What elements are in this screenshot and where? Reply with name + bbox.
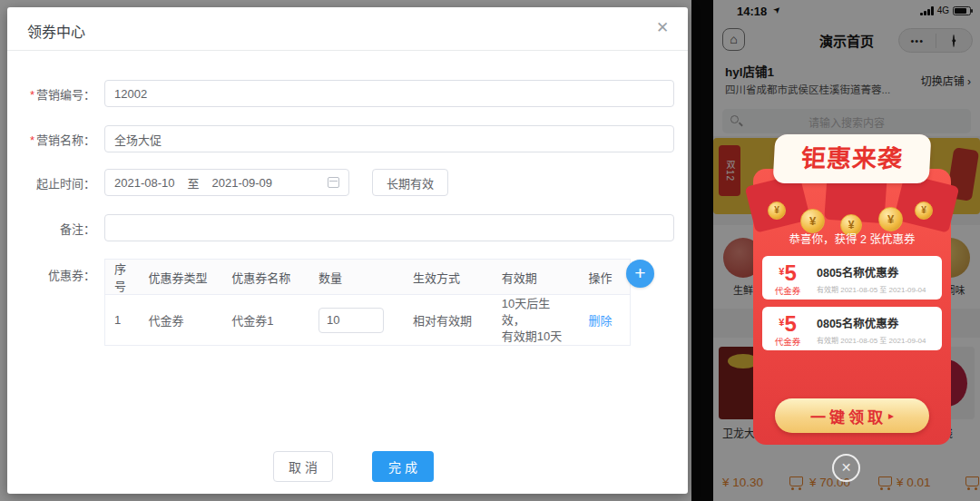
coupon-table-label: 优惠券： — [7, 266, 104, 283]
remark-input[interactable] — [104, 214, 674, 241]
coupon-info-block: 0805名称优惠券 有效期 2021-08-05 至 2021-09-04 — [813, 307, 942, 350]
coupon-amount-block: ¥5 代金券 — [762, 256, 813, 300]
form-row-remark: 备注： — [7, 214, 688, 241]
col-type: 优惠券类型 — [139, 260, 222, 295]
calendar-icon — [328, 177, 339, 188]
delete-link[interactable]: 删除 — [589, 314, 612, 328]
longterm-button[interactable]: 长期有效 — [372, 169, 448, 196]
col-name: 优惠券名称 — [222, 260, 309, 295]
coupon-title: 0805名称优惠券 — [817, 314, 942, 331]
col-index: 序号 — [105, 260, 140, 295]
coupon-center-dialog: 领券中心 ✕ *营销编号： *营销名称： 起止时间： 2021-08-10 至 … — [7, 7, 688, 494]
cell-qty — [309, 295, 404, 346]
coupon-title: 0805名称优惠券 — [817, 263, 942, 280]
coupon-type: 代金券 — [762, 284, 813, 297]
close-icon[interactable]: ✕ — [652, 17, 673, 39]
cell-type: 代金券 — [139, 295, 222, 346]
gold-coin-icon: ¥ — [878, 207, 903, 231]
code-input[interactable] — [104, 80, 674, 107]
coupon-validity: 有效期 2021-08-05 至 2021-09-04 — [817, 284, 942, 294]
confirm-button[interactable]: 完 成 — [372, 451, 434, 482]
form-row-name: *营销名称： — [7, 125, 688, 152]
coupon-table: 序号 优惠券类型 优惠券名称 数量 生效方式 有效期 操作 1 代金券 代金券1… — [104, 259, 631, 346]
add-coupon-button[interactable]: + — [626, 260, 654, 288]
date-separator: 至 — [188, 174, 200, 192]
time-label: 起止时间： — [7, 174, 104, 192]
cell-validity: 10天后生效， 有效期10天 — [493, 295, 580, 346]
arrow-right-icon: ▸ — [888, 409, 894, 422]
phone-preview: 14:18 ➤ 4G ⌂ 演示首页 ••• hyl店铺1 四川省成都市武侯区桂溪… — [713, 0, 980, 501]
cell-name: 代金券1 — [222, 295, 309, 346]
plus-icon: + — [634, 262, 645, 283]
coupon-table-header-row: 序号 优惠券类型 优惠券名称 数量 生效方式 有效期 操作 — [105, 260, 631, 295]
col-action: 操作 — [580, 260, 631, 295]
gold-coin-icon: ¥ — [915, 201, 933, 220]
form-row-code: *营销编号： — [7, 80, 688, 107]
coupon-amount: 5 — [784, 260, 796, 285]
qty-input[interactable] — [318, 308, 384, 333]
close-icon: ✕ — [841, 460, 852, 475]
col-qty: 数量 — [309, 260, 404, 295]
claim-all-button[interactable]: 一键领取 ▸ — [775, 398, 929, 433]
modal-banner-title: 钜惠来袭 — [773, 134, 932, 183]
coupon-info-block: 0805名称优惠券 有效期 2021-08-05 至 2021-09-04 — [813, 256, 942, 300]
code-label: *营销编号： — [7, 85, 104, 103]
required-mark: * — [30, 133, 34, 147]
coupon-card: ¥5 代金券 0805名称优惠券 有效期 2021-08-05 至 2021-0… — [762, 256, 942, 300]
cancel-button[interactable]: 取 消 — [273, 451, 333, 482]
gold-coin-icon: ¥ — [768, 201, 786, 220]
congrats-text: 恭喜你，获得 2 张优惠券 — [753, 230, 951, 247]
col-validity: 有效期 — [493, 260, 580, 295]
date-start[interactable]: 2021-08-10 — [114, 176, 175, 190]
form-row-time: 起止时间： 2021-08-10 至 2021-09-09 长期有效 — [7, 169, 688, 196]
cell-effect: 相对有效期 — [404, 295, 493, 346]
date-end[interactable]: 2021-09-09 — [212, 176, 273, 190]
coupon-amount: 5 — [784, 311, 796, 336]
validity-line1: 10天后生效， — [502, 296, 571, 329]
coupon-modal: 钜惠来袭 ¥ ¥ ¥ ¥ ¥ 恭喜你，获得 2 张优惠券 ¥5 代金券 0805… — [753, 134, 951, 445]
remark-label: 备注： — [7, 220, 104, 237]
modal-close-button[interactable]: ✕ — [832, 454, 860, 482]
cell-action: 删除 — [580, 295, 631, 346]
validity-line2: 有效期10天 — [502, 329, 571, 345]
dimmed-admin-backdrop: 领券中心 ✕ *营销编号： *营销名称： 起止时间： 2021-08-10 至 … — [0, 0, 691, 501]
cell-index: 1 — [105, 295, 140, 346]
date-range-picker[interactable]: 2021-08-10 至 2021-09-09 — [104, 169, 349, 196]
coupon-card: ¥5 代金券 0805名称优惠券 有效期 2021-08-05 至 2021-0… — [762, 307, 942, 350]
coupon-amount-block: ¥5 代金券 — [762, 307, 813, 350]
name-label: *营销名称： — [7, 131, 104, 148]
required-mark: * — [30, 88, 34, 102]
coupon-validity: 有效期 2021-08-05 至 2021-09-04 — [817, 335, 942, 345]
dialog-title: 领券中心 — [27, 20, 85, 42]
col-effect: 生效方式 — [404, 260, 493, 295]
name-input[interactable] — [104, 125, 674, 152]
dialog-header: 领券中心 ✕ — [7, 7, 688, 51]
coupon-type: 代金券 — [762, 335, 813, 348]
table-row: 1 代金券 代金券1 相对有效期 10天后生效， 有效期10天 删除 — [105, 295, 631, 346]
